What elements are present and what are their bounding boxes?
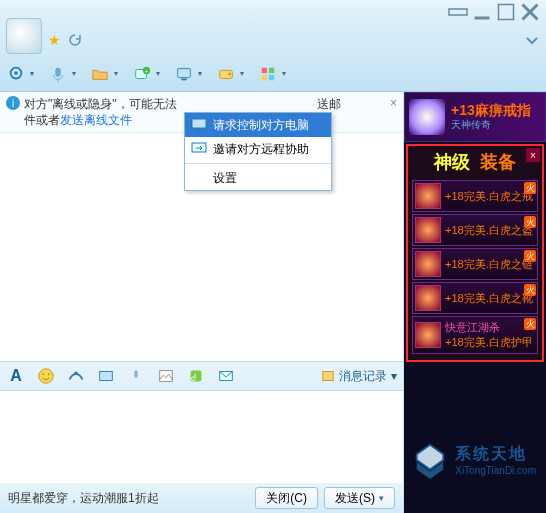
ring-icon (409, 99, 445, 135)
history-icon (321, 369, 335, 383)
monitor-icon (191, 117, 207, 133)
svg-point-20 (39, 369, 53, 383)
send-button-label: 发送(S) (335, 490, 375, 507)
toolbar-dropdown-icon[interactable]: ▾ (240, 69, 244, 78)
send-button[interactable]: 发送(S)▾ (324, 487, 395, 509)
minimize-icon[interactable] (470, 3, 494, 21)
folder-icon[interactable] (90, 64, 110, 84)
equip-panel: × 神级 装备 +18完美.白虎之戒火 +18完美.白虎之盔火 +18完美.白虎… (406, 144, 544, 362)
panel-title: 神级 装备 (408, 146, 542, 178)
fire-badge: 火 (524, 250, 536, 262)
svg-rect-16 (262, 67, 267, 72)
avatar[interactable] (6, 18, 42, 54)
info-icon: i (6, 96, 20, 110)
send-dropdown-icon[interactable]: ▾ (379, 493, 384, 503)
fire-badge: 火 (524, 216, 536, 228)
title-bar (0, 0, 546, 24)
panel-title-b: 装备 (480, 150, 516, 174)
equip-label: +18完美.白虎之戒 (445, 189, 533, 204)
svg-rect-13 (181, 78, 186, 80)
toolbar-dropdown-icon[interactable]: ▾ (72, 69, 76, 78)
monitor-arrow-icon (191, 141, 207, 157)
close-button[interactable]: 关闭(C) (255, 487, 318, 509)
equip-item[interactable]: +18完美.白虎之戒火 (412, 180, 538, 212)
equip-thumb (415, 183, 441, 209)
watermark-url: XiTongTianDi.com (455, 465, 536, 476)
screenshot-icon[interactable] (96, 366, 116, 386)
equip-thumb (415, 285, 441, 311)
equip-item[interactable]: 快意江湖杀+18完美.白虎护甲火 (412, 316, 538, 354)
message-input[interactable] (0, 391, 403, 483)
panel-close-icon[interactable]: × (526, 148, 540, 162)
menu-request-control[interactable]: 请求控制对方电脑 (185, 113, 331, 137)
ad-top-banner[interactable]: +13麻痹戒指 天神传奇 (404, 92, 546, 142)
blank-icon (191, 170, 207, 186)
toolbar-dropdown-icon[interactable]: ▾ (114, 69, 118, 78)
font-icon[interactable]: A (6, 366, 26, 386)
toolbar-dropdown-icon[interactable]: ▾ (156, 69, 160, 78)
webcam-icon[interactable] (6, 64, 26, 84)
svg-rect-30 (192, 119, 206, 128)
svg-rect-19 (269, 74, 274, 79)
message-history-button[interactable]: 消息记录 ▾ (321, 368, 397, 385)
wallet-icon[interactable] (216, 64, 236, 84)
bottom-bar: 明星都爱穿，运动潮服1折起 关闭(C) 发送(S)▾ (0, 483, 403, 513)
star-icon[interactable]: ★ (48, 32, 61, 48)
equip-subline: 快意江湖杀 (445, 320, 533, 335)
equip-thumb (415, 217, 441, 243)
svg-point-21 (42, 373, 44, 375)
equip-item[interactable]: +18完美.白虎之靴火 (412, 282, 538, 314)
toolbar-dropdown-icon[interactable]: ▾ (30, 69, 34, 78)
menu-settings[interactable]: 设置 (185, 166, 331, 190)
menu-item-label: 邀请对方远程协助 (213, 141, 309, 158)
equip-thumb (415, 251, 441, 277)
menu-invite-remote[interactable]: 邀请对方远程协助 (185, 137, 331, 161)
svg-rect-2 (499, 5, 514, 20)
watermark-logo-icon (411, 441, 449, 479)
menu-item-label: 请求控制对方电脑 (213, 117, 309, 134)
microphone-icon[interactable] (48, 64, 68, 84)
fire-badge: 火 (524, 182, 536, 194)
emoji-icon[interactable] (36, 366, 56, 386)
history-dropdown-icon: ▾ (391, 369, 397, 383)
svg-point-22 (48, 373, 50, 375)
window-tool-icon[interactable] (446, 3, 470, 21)
close-button-label: 关闭(C) (266, 490, 307, 507)
add-contact-icon[interactable]: + (132, 64, 152, 84)
svg-rect-0 (449, 9, 467, 15)
mail-icon[interactable] (216, 366, 236, 386)
ad-top-sub: 天神传奇 (451, 118, 531, 132)
notice-line2-before: 件或者 (24, 113, 60, 127)
main-toolbar: ▾ ▾ ▾ + ▾ ▾ ▾ ▾ (0, 56, 546, 92)
ad-top-title: +13麻痹戒指 (451, 102, 531, 118)
svg-rect-12 (178, 68, 191, 77)
gif-icon[interactable] (66, 366, 86, 386)
close-icon[interactable] (518, 3, 542, 21)
equip-item[interactable]: +18完美.白虎之链火 (412, 248, 538, 280)
svg-rect-29 (323, 372, 334, 381)
apps-icon[interactable] (258, 64, 278, 84)
music-icon[interactable] (186, 366, 206, 386)
toolbar-dropdown-icon[interactable]: ▾ (282, 69, 286, 78)
equip-label: +18完美.白虎之链 (445, 257, 533, 272)
send-offline-file-link[interactable]: 发送离线文件 (60, 113, 132, 127)
equip-label: +18完美.白虎之盔 (445, 223, 533, 238)
voice-msg-icon[interactable] (126, 366, 146, 386)
fire-badge: 火 (524, 284, 536, 296)
equip-item[interactable]: +18完美.白虎之盔火 (412, 214, 538, 246)
svg-rect-25 (134, 371, 138, 378)
chevron-down-icon[interactable] (524, 32, 540, 48)
menu-separator (185, 163, 331, 164)
toolbar-dropdown-icon[interactable]: ▾ (198, 69, 202, 78)
chat-header: ★ (0, 24, 546, 56)
fire-badge: 火 (524, 318, 536, 330)
remote-icon[interactable] (174, 64, 194, 84)
bottom-tip-link[interactable]: 明星都爱穿，运动潮服1折起 (8, 490, 159, 507)
message-history-label: 消息记录 (339, 368, 387, 385)
maximize-icon[interactable] (494, 3, 518, 21)
image-icon[interactable] (156, 366, 176, 386)
svg-point-23 (74, 372, 78, 376)
notice-close-icon[interactable]: × (390, 96, 397, 110)
refresh-icon[interactable] (67, 32, 83, 48)
equip-label: +18完美.白虎护甲 (445, 335, 533, 350)
